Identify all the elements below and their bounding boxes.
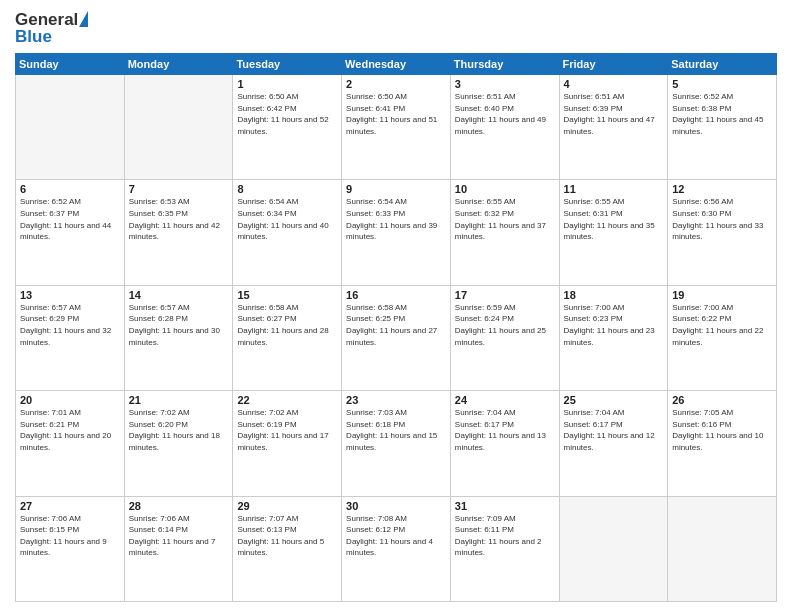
weekday-header-thursday: Thursday [450, 54, 559, 75]
day-number: 23 [346, 394, 446, 406]
day-number: 1 [237, 78, 337, 90]
weekday-header-tuesday: Tuesday [233, 54, 342, 75]
calendar-cell: 15Sunrise: 6:58 AMSunset: 6:27 PMDayligh… [233, 285, 342, 390]
day-info: Sunrise: 6:58 AMSunset: 6:27 PMDaylight:… [237, 303, 328, 347]
calendar-cell: 1Sunrise: 6:50 AMSunset: 6:42 PMDaylight… [233, 75, 342, 180]
day-number: 6 [20, 183, 120, 195]
day-info: Sunrise: 6:55 AMSunset: 6:31 PMDaylight:… [564, 197, 655, 241]
day-info: Sunrise: 6:50 AMSunset: 6:42 PMDaylight:… [237, 92, 328, 136]
day-number: 28 [129, 500, 229, 512]
calendar-cell: 20Sunrise: 7:01 AMSunset: 6:21 PMDayligh… [16, 391, 125, 496]
day-number: 25 [564, 394, 664, 406]
calendar-cell: 2Sunrise: 6:50 AMSunset: 6:41 PMDaylight… [342, 75, 451, 180]
day-info: Sunrise: 7:00 AMSunset: 6:23 PMDaylight:… [564, 303, 655, 347]
calendar-cell: 14Sunrise: 6:57 AMSunset: 6:28 PMDayligh… [124, 285, 233, 390]
day-info: Sunrise: 6:56 AMSunset: 6:30 PMDaylight:… [672, 197, 763, 241]
day-info: Sunrise: 6:53 AMSunset: 6:35 PMDaylight:… [129, 197, 220, 241]
calendar-cell: 22Sunrise: 7:02 AMSunset: 6:19 PMDayligh… [233, 391, 342, 496]
day-info: Sunrise: 7:04 AMSunset: 6:17 PMDaylight:… [455, 408, 546, 452]
weekday-header-friday: Friday [559, 54, 668, 75]
calendar-week-1: 1Sunrise: 6:50 AMSunset: 6:42 PMDaylight… [16, 75, 777, 180]
weekday-header-saturday: Saturday [668, 54, 777, 75]
calendar-cell: 9Sunrise: 6:54 AMSunset: 6:33 PMDaylight… [342, 180, 451, 285]
day-info: Sunrise: 7:03 AMSunset: 6:18 PMDaylight:… [346, 408, 437, 452]
calendar-cell: 24Sunrise: 7:04 AMSunset: 6:17 PMDayligh… [450, 391, 559, 496]
day-info: Sunrise: 7:02 AMSunset: 6:19 PMDaylight:… [237, 408, 328, 452]
calendar-cell: 3Sunrise: 6:51 AMSunset: 6:40 PMDaylight… [450, 75, 559, 180]
day-info: Sunrise: 7:00 AMSunset: 6:22 PMDaylight:… [672, 303, 763, 347]
calendar-cell: 18Sunrise: 7:00 AMSunset: 6:23 PMDayligh… [559, 285, 668, 390]
day-number: 19 [672, 289, 772, 301]
day-number: 15 [237, 289, 337, 301]
calendar-cell: 27Sunrise: 7:06 AMSunset: 6:15 PMDayligh… [16, 496, 125, 601]
calendar-cell [16, 75, 125, 180]
day-info: Sunrise: 6:52 AMSunset: 6:38 PMDaylight:… [672, 92, 763, 136]
day-number: 4 [564, 78, 664, 90]
day-number: 8 [237, 183, 337, 195]
calendar-week-5: 27Sunrise: 7:06 AMSunset: 6:15 PMDayligh… [16, 496, 777, 601]
calendar-cell: 21Sunrise: 7:02 AMSunset: 6:20 PMDayligh… [124, 391, 233, 496]
calendar-cell: 4Sunrise: 6:51 AMSunset: 6:39 PMDaylight… [559, 75, 668, 180]
calendar-cell [668, 496, 777, 601]
logo-blue: Blue [15, 27, 52, 47]
calendar-cell: 25Sunrise: 7:04 AMSunset: 6:17 PMDayligh… [559, 391, 668, 496]
calendar-cell: 7Sunrise: 6:53 AMSunset: 6:35 PMDaylight… [124, 180, 233, 285]
day-info: Sunrise: 6:54 AMSunset: 6:33 PMDaylight:… [346, 197, 437, 241]
day-number: 10 [455, 183, 555, 195]
calendar-week-2: 6Sunrise: 6:52 AMSunset: 6:37 PMDaylight… [16, 180, 777, 285]
day-number: 16 [346, 289, 446, 301]
day-info: Sunrise: 6:51 AMSunset: 6:40 PMDaylight:… [455, 92, 546, 136]
calendar-cell: 11Sunrise: 6:55 AMSunset: 6:31 PMDayligh… [559, 180, 668, 285]
day-info: Sunrise: 6:51 AMSunset: 6:39 PMDaylight:… [564, 92, 655, 136]
day-info: Sunrise: 7:06 AMSunset: 6:14 PMDaylight:… [129, 514, 216, 558]
calendar-cell: 19Sunrise: 7:00 AMSunset: 6:22 PMDayligh… [668, 285, 777, 390]
day-info: Sunrise: 6:57 AMSunset: 6:28 PMDaylight:… [129, 303, 220, 347]
calendar-cell: 26Sunrise: 7:05 AMSunset: 6:16 PMDayligh… [668, 391, 777, 496]
day-number: 30 [346, 500, 446, 512]
day-number: 21 [129, 394, 229, 406]
day-number: 22 [237, 394, 337, 406]
day-info: Sunrise: 6:59 AMSunset: 6:24 PMDaylight:… [455, 303, 546, 347]
day-number: 31 [455, 500, 555, 512]
calendar-cell: 6Sunrise: 6:52 AMSunset: 6:37 PMDaylight… [16, 180, 125, 285]
calendar-cell: 28Sunrise: 7:06 AMSunset: 6:14 PMDayligh… [124, 496, 233, 601]
day-info: Sunrise: 6:54 AMSunset: 6:34 PMDaylight:… [237, 197, 328, 241]
day-info: Sunrise: 6:58 AMSunset: 6:25 PMDaylight:… [346, 303, 437, 347]
weekday-header-sunday: Sunday [16, 54, 125, 75]
day-info: Sunrise: 7:06 AMSunset: 6:15 PMDaylight:… [20, 514, 107, 558]
calendar-cell [559, 496, 668, 601]
day-number: 3 [455, 78, 555, 90]
day-info: Sunrise: 7:08 AMSunset: 6:12 PMDaylight:… [346, 514, 433, 558]
day-number: 18 [564, 289, 664, 301]
day-number: 9 [346, 183, 446, 195]
day-number: 27 [20, 500, 120, 512]
weekday-header-monday: Monday [124, 54, 233, 75]
day-number: 13 [20, 289, 120, 301]
day-number: 2 [346, 78, 446, 90]
day-info: Sunrise: 7:01 AMSunset: 6:21 PMDaylight:… [20, 408, 111, 452]
day-number: 29 [237, 500, 337, 512]
day-number: 26 [672, 394, 772, 406]
calendar-cell: 16Sunrise: 6:58 AMSunset: 6:25 PMDayligh… [342, 285, 451, 390]
day-info: Sunrise: 7:09 AMSunset: 6:11 PMDaylight:… [455, 514, 542, 558]
day-number: 11 [564, 183, 664, 195]
day-number: 14 [129, 289, 229, 301]
day-number: 7 [129, 183, 229, 195]
weekday-header-row: SundayMondayTuesdayWednesdayThursdayFrid… [16, 54, 777, 75]
calendar-cell: 8Sunrise: 6:54 AMSunset: 6:34 PMDaylight… [233, 180, 342, 285]
day-info: Sunrise: 6:57 AMSunset: 6:29 PMDaylight:… [20, 303, 111, 347]
calendar-week-3: 13Sunrise: 6:57 AMSunset: 6:29 PMDayligh… [16, 285, 777, 390]
calendar-cell: 23Sunrise: 7:03 AMSunset: 6:18 PMDayligh… [342, 391, 451, 496]
page-header: General Blue [15, 10, 777, 47]
day-info: Sunrise: 7:02 AMSunset: 6:20 PMDaylight:… [129, 408, 220, 452]
calendar-table: SundayMondayTuesdayWednesdayThursdayFrid… [15, 53, 777, 602]
day-info: Sunrise: 7:04 AMSunset: 6:17 PMDaylight:… [564, 408, 655, 452]
logo-triangle-icon [79, 11, 88, 27]
calendar-cell: 29Sunrise: 7:07 AMSunset: 6:13 PMDayligh… [233, 496, 342, 601]
calendar-cell: 5Sunrise: 6:52 AMSunset: 6:38 PMDaylight… [668, 75, 777, 180]
day-info: Sunrise: 6:55 AMSunset: 6:32 PMDaylight:… [455, 197, 546, 241]
calendar-cell: 12Sunrise: 6:56 AMSunset: 6:30 PMDayligh… [668, 180, 777, 285]
calendar-cell: 10Sunrise: 6:55 AMSunset: 6:32 PMDayligh… [450, 180, 559, 285]
calendar-cell [124, 75, 233, 180]
weekday-header-wednesday: Wednesday [342, 54, 451, 75]
